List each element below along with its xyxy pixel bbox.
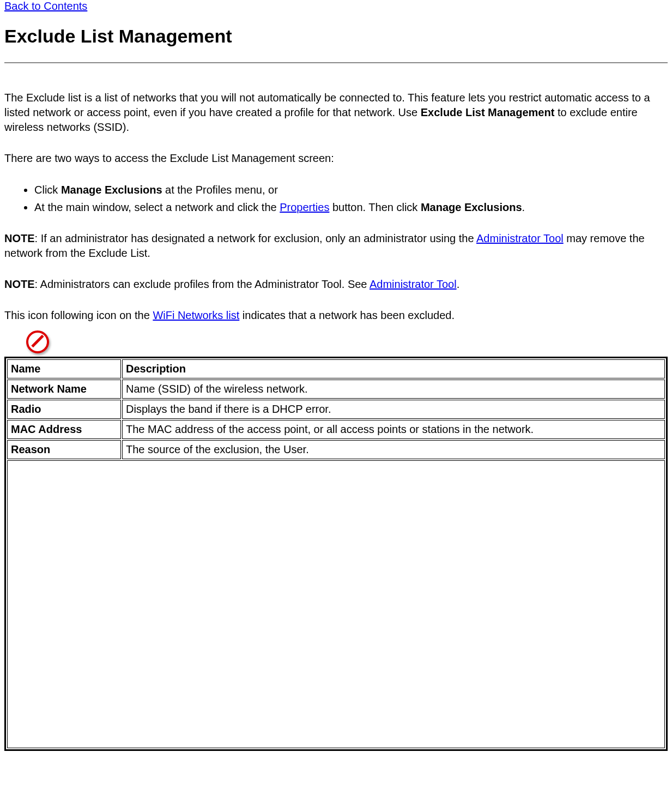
- table-row: Radio Displays the band if there is a DH…: [7, 400, 665, 419]
- text: .: [522, 201, 525, 213]
- text: : Administrators can exclude profiles fr…: [35, 278, 370, 290]
- text: at the Profiles menu, or: [162, 184, 278, 196]
- table-row: Reason The source of the exclusion, the …: [7, 440, 665, 459]
- note-label: NOTE: [4, 232, 35, 244]
- col-name-header: Name: [7, 359, 121, 378]
- text: At the main window, select a network and…: [34, 201, 280, 213]
- admin-tool-link[interactable]: Administrator Tool: [370, 278, 457, 290]
- text: indicates that a network has been exclud…: [239, 309, 455, 321]
- empty-cell: [7, 460, 665, 748]
- text: .: [457, 278, 460, 290]
- icon-paragraph: This icon following icon on the WiFi Net…: [4, 308, 668, 323]
- intro-paragraph: The Exclude list is a list of networks t…: [4, 91, 668, 135]
- row-name: Reason: [7, 440, 121, 459]
- back-link[interactable]: Back to Contents: [4, 0, 87, 12]
- wifi-list-link[interactable]: WiFi Networks list: [153, 309, 239, 321]
- text: : If an administrator has designated a n…: [35, 232, 476, 244]
- table-empty-row: [7, 460, 665, 748]
- col-desc-header: Description: [122, 359, 665, 378]
- table-row: Network Name Name (SSID) of the wireless…: [7, 380, 665, 399]
- row-desc: Displays the band if there is a DHCP err…: [122, 400, 665, 419]
- row-desc: Name (SSID) of the wireless network.: [122, 380, 665, 399]
- access-list: Click Manage Exclusions at the Profiles …: [4, 182, 668, 215]
- access-intro: There are two ways to access the Exclude…: [4, 151, 668, 166]
- page-title: Exclude List Management: [4, 26, 668, 47]
- note-paragraph: NOTE: If an administrator has designated…: [4, 231, 668, 261]
- table-header-row: Name Description: [7, 359, 665, 378]
- bold-text: Manage Exclusions: [421, 201, 522, 213]
- row-name: MAC Address: [7, 420, 121, 439]
- excluded-icon: [26, 330, 49, 353]
- row-name: Network Name: [7, 380, 121, 399]
- list-item: Click Manage Exclusions at the Profiles …: [34, 182, 668, 197]
- list-item: At the main window, select a network and…: [34, 200, 668, 215]
- excluded-icon-wrap: [4, 326, 668, 357]
- row-desc: The source of the exclusion, the User.: [122, 440, 665, 459]
- row-name: Radio: [7, 400, 121, 419]
- table-row: MAC Address The MAC address of the acces…: [7, 420, 665, 439]
- note-label: NOTE: [4, 278, 35, 290]
- divider: [4, 62, 668, 63]
- bold-text: Exclude List Management: [421, 106, 555, 118]
- text: button. Then click: [329, 201, 421, 213]
- bold-text: Manage Exclusions: [61, 184, 162, 196]
- text: This icon following icon on the: [4, 309, 153, 321]
- admin-tool-link[interactable]: Administrator Tool: [476, 232, 564, 244]
- properties-link[interactable]: Properties: [280, 201, 329, 213]
- note-paragraph: NOTE: Administrators can exclude profile…: [4, 277, 668, 292]
- row-desc: The MAC address of the access point, or …: [122, 420, 665, 439]
- text: Click: [34, 184, 61, 196]
- description-table: Name Description Network Name Name (SSID…: [4, 357, 668, 751]
